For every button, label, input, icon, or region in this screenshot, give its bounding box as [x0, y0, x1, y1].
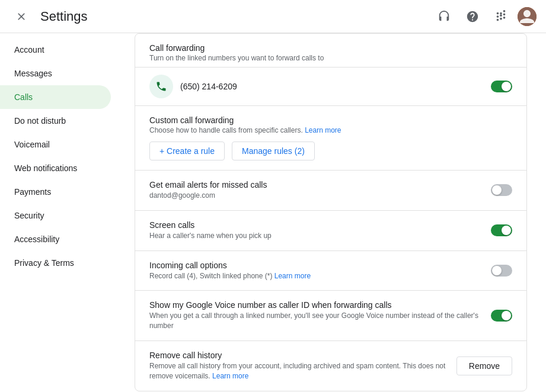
sidebar-item-web-notifications[interactable]: Web notifications: [0, 156, 111, 180]
sidebar-item-voicemail[interactable]: Voicemail: [0, 133, 111, 156]
sidebar-item-label: Web notifications: [14, 163, 77, 173]
sidebar-item-security[interactable]: Security: [0, 204, 111, 227]
call-forwarding-toggle[interactable]: [491, 81, 512, 92]
caller-id-desc: When you get a call through a linked num…: [149, 311, 481, 331]
incoming-call-options-toggle[interactable]: [491, 265, 512, 277]
sidebar-item-calls[interactable]: Calls: [0, 85, 111, 109]
sidebar-item-label: Calls: [14, 92, 33, 102]
remove-call-history-label: Remove call history: [149, 351, 447, 360]
close-button[interactable]: [9, 5, 33, 28]
page-title: Settings: [40, 9, 88, 24]
caller-id-label: Show my Google Voice number as caller ID…: [149, 300, 481, 310]
remove-call-history-info: Remove call history Remove all call hist…: [149, 351, 456, 381]
sidebar-item-label: Do not disturb: [14, 116, 66, 126]
custom-forwarding-label: Custom call forwarding: [149, 115, 512, 125]
help-button[interactable]: [461, 5, 484, 28]
caller-id-info: Show my Google Voice number as caller ID…: [149, 300, 491, 331]
manage-rules-button[interactable]: Manage rules (2): [232, 142, 315, 160]
call-forwarding-label: Call forwarding: [149, 43, 512, 53]
screen-calls-label: Screen calls: [149, 220, 481, 230]
headset-button[interactable]: [432, 5, 456, 28]
sidebar-item-messages[interactable]: Messages: [0, 62, 111, 85]
sidebar-item-label: Accessibility: [14, 234, 59, 244]
custom-forwarding-desc: Choose how to handle calls from specific…: [149, 126, 512, 134]
topbar-right: [432, 5, 537, 28]
phone-left: (650) 214-6209: [149, 75, 237, 98]
sidebar-item-label: Payments: [14, 187, 51, 197]
phone-number: (650) 214-6209: [180, 82, 237, 91]
incoming-call-options-info: Incoming call options Record call (4), S…: [149, 261, 491, 281]
email-alerts-toggle[interactable]: [491, 184, 512, 196]
incoming-call-options-desc-text: Record call (4), Switch linked phone (*): [149, 272, 272, 280]
remove-call-history-row: Remove call history Remove all call hist…: [135, 341, 526, 391]
email-alerts-row: Get email alerts for missed calls dantod…: [135, 171, 526, 211]
sidebar-item-label: Voicemail: [14, 140, 50, 149]
layout: Account Messages Calls Do not disturb Vo…: [0, 33, 546, 392]
incoming-call-options-label: Incoming call options: [149, 261, 481, 270]
incoming-call-options-learn-more-link[interactable]: Learn more: [274, 272, 311, 280]
remove-call-history-desc: Remove all call history from your accoun…: [149, 361, 447, 381]
phone-number-row: (650) 214-6209: [135, 68, 526, 106]
caller-id-row: Show my Google Voice number as caller ID…: [135, 291, 526, 341]
incoming-call-options-row: Incoming call options Record call (4), S…: [135, 251, 526, 291]
email-alerts-info: Get email alerts for missed calls dantod…: [149, 180, 491, 201]
sidebar-item-privacy-terms[interactable]: Privacy & Terms: [0, 251, 111, 275]
custom-forwarding-desc-text: Choose how to handle calls from specific…: [149, 126, 303, 134]
sidebar: Account Messages Calls Do not disturb Vo…: [0, 33, 116, 392]
remove-call-history-learn-more-link[interactable]: Learn more: [212, 372, 248, 380]
sidebar-item-label: Security: [14, 211, 44, 220]
custom-call-forwarding-row: Custom call forwarding Choose how to han…: [135, 106, 526, 171]
sidebar-item-account[interactable]: Account: [0, 38, 111, 62]
sidebar-item-label: Messages: [14, 69, 52, 78]
sidebar-item-payments[interactable]: Payments: [0, 180, 111, 204]
custom-forwarding-buttons: + Create a rule Manage rules (2): [149, 142, 512, 160]
call-forwarding-header: Call forwarding Turn on the linked numbe…: [135, 34, 526, 68]
screen-calls-desc: Hear a caller's name when you pick up: [149, 231, 481, 241]
call-forwarding-desc: Turn on the linked numbers you want to f…: [149, 54, 512, 62]
incoming-call-options-desc: Record call (4), Switch linked phone (*)…: [149, 271, 481, 281]
remove-button[interactable]: Remove: [456, 356, 512, 375]
email-alerts-label: Get email alerts for missed calls: [149, 180, 481, 189]
sidebar-item-do-not-disturb[interactable]: Do not disturb: [0, 109, 111, 133]
screen-calls-row: Screen calls Hear a caller's name when y…: [135, 211, 526, 251]
main-content: Call forwarding Turn on the linked numbe…: [116, 33, 546, 392]
avatar[interactable]: [518, 7, 537, 26]
sidebar-item-label: Account: [14, 45, 44, 54]
caller-id-toggle[interactable]: [491, 310, 512, 322]
create-rule-button[interactable]: + Create a rule: [149, 142, 225, 160]
email-alerts-desc: dantod@google.com: [149, 191, 481, 201]
calls-settings-card: Call forwarding Turn on the linked numbe…: [135, 33, 527, 391]
topbar-left: Settings: [9, 5, 432, 28]
custom-forwarding-learn-more-link[interactable]: Learn more: [305, 126, 341, 134]
remove-call-history-desc-text: Remove all call history from your accoun…: [149, 362, 445, 380]
topbar: Settings: [0, 0, 546, 33]
phone-icon: [149, 75, 173, 98]
screen-calls-info: Screen calls Hear a caller's name when y…: [149, 220, 491, 241]
screen-calls-toggle[interactable]: [491, 224, 512, 236]
sidebar-item-label: Privacy & Terms: [14, 258, 74, 268]
sidebar-item-accessibility[interactable]: Accessibility: [0, 227, 111, 251]
apps-button[interactable]: [489, 5, 513, 28]
